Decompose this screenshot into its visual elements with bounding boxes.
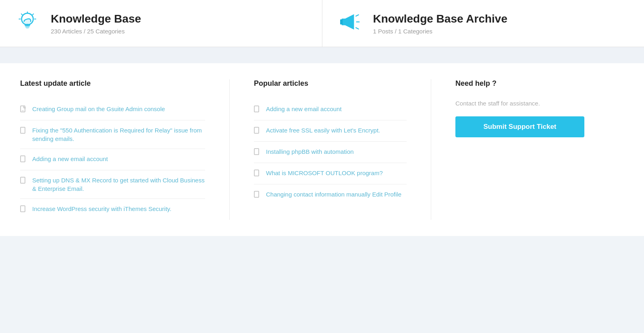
divider bbox=[0, 47, 644, 63]
main-content: Latest update article Creating Group mai… bbox=[0, 63, 644, 236]
article-link[interactable]: Fixing the "550 Authentication is Requir… bbox=[32, 126, 205, 143]
popular-articles-section: Popular articles Adding a new email acco… bbox=[230, 79, 431, 220]
latest-articles-section: Latest update article Creating Group mai… bbox=[20, 79, 230, 220]
knowledge-base-text: Knowledge Base 230 Articles / 25 Categor… bbox=[51, 12, 141, 35]
svg-rect-19 bbox=[21, 156, 25, 162]
list-item[interactable]: Setting up DNS & MX Record to get starte… bbox=[20, 170, 205, 199]
article-link[interactable]: Increase WordPress security with iThemes… bbox=[32, 205, 171, 213]
svg-rect-8 bbox=[25, 27, 29, 28]
svg-line-13 bbox=[356, 15, 358, 16]
document-icon bbox=[20, 127, 27, 136]
document-icon bbox=[254, 127, 260, 136]
popular-section-title: Popular articles bbox=[254, 79, 407, 88]
document-icon bbox=[20, 205, 27, 214]
help-subtitle: Contact the staff for assistance. bbox=[455, 99, 624, 108]
article-link[interactable]: Adding a new email account bbox=[266, 105, 342, 113]
list-item[interactable]: Installing phpBB with automation bbox=[254, 142, 407, 163]
list-item[interactable]: Fixing the "550 Authentication is Requir… bbox=[20, 120, 205, 149]
list-item[interactable]: Adding a new email account bbox=[254, 99, 407, 120]
svg-rect-21 bbox=[21, 206, 25, 212]
article-link[interactable]: What is MICROSOFT OUTLOOK program? bbox=[266, 169, 383, 177]
document-icon bbox=[20, 155, 27, 164]
list-item[interactable]: Increase WordPress security with iThemes… bbox=[20, 199, 205, 220]
document-icon bbox=[20, 177, 27, 186]
top-section: Knowledge Base 230 Articles / 25 Categor… bbox=[0, 0, 644, 47]
list-item[interactable]: Changing contact information manually Ed… bbox=[254, 184, 407, 205]
knowledge-base-card[interactable]: Knowledge Base 230 Articles / 25 Categor… bbox=[0, 0, 322, 47]
svg-line-3 bbox=[33, 14, 33, 14]
knowledge-base-subtitle: 230 Articles / 25 Categories bbox=[51, 28, 141, 35]
document-icon bbox=[254, 105, 260, 114]
latest-section-title: Latest update article bbox=[20, 79, 205, 88]
svg-rect-22 bbox=[254, 106, 259, 112]
archive-subtitle: 1 Posts / 1 Categories bbox=[373, 28, 508, 35]
svg-rect-12 bbox=[340, 19, 343, 25]
lightbulb-icon bbox=[16, 11, 39, 35]
article-link[interactable]: Activate free SSL easily with Let's Encr… bbox=[266, 126, 380, 134]
article-link[interactable]: Adding a new email account bbox=[32, 155, 108, 163]
document-icon bbox=[254, 170, 260, 178]
svg-line-15 bbox=[356, 28, 358, 29]
article-link[interactable]: Setting up DNS & MX Record to get starte… bbox=[32, 176, 205, 193]
svg-rect-26 bbox=[254, 191, 259, 197]
list-item[interactable]: Activate free SSL easily with Let's Encr… bbox=[254, 120, 407, 142]
svg-rect-9 bbox=[26, 28, 29, 29]
document-icon bbox=[254, 191, 260, 200]
svg-rect-25 bbox=[254, 170, 259, 176]
list-item[interactable]: Creating Group mail on the Gsuite Admin … bbox=[20, 99, 205, 120]
document-icon bbox=[254, 148, 260, 157]
archive-title: Knowledge Base Archive bbox=[373, 12, 508, 25]
archive-text: Knowledge Base Archive 1 Posts / 1 Categ… bbox=[373, 12, 508, 35]
svg-rect-7 bbox=[25, 25, 30, 27]
article-link[interactable]: Changing contact information manually Ed… bbox=[266, 190, 401, 199]
latest-article-list: Creating Group mail on the Gsuite Admin … bbox=[20, 99, 205, 220]
svg-rect-16 bbox=[21, 106, 25, 112]
article-link[interactable]: Creating Group mail on the Gsuite Admin … bbox=[32, 105, 165, 113]
list-item[interactable]: What is MICROSOFT OUTLOOK program? bbox=[254, 163, 407, 184]
help-section-title: Need help ? bbox=[455, 79, 624, 88]
archive-card[interactable]: Knowledge Base Archive 1 Posts / 1 Categ… bbox=[322, 0, 644, 47]
list-item[interactable]: Adding a new email account bbox=[20, 149, 205, 170]
svg-rect-20 bbox=[21, 177, 25, 183]
submit-ticket-button[interactable]: Submit Support Ticket bbox=[455, 116, 584, 137]
article-link[interactable]: Installing phpBB with automation bbox=[266, 147, 354, 156]
svg-rect-23 bbox=[254, 127, 259, 133]
svg-line-2 bbox=[21, 14, 22, 14]
need-help-section: Need help ? Contact the staff for assist… bbox=[431, 79, 624, 220]
knowledge-base-title: Knowledge Base bbox=[51, 12, 141, 25]
svg-rect-18 bbox=[21, 127, 25, 133]
svg-rect-24 bbox=[254, 149, 259, 155]
document-icon bbox=[20, 105, 27, 114]
popular-article-list: Adding a new email account Activate free… bbox=[254, 99, 407, 205]
megaphone-icon bbox=[339, 11, 361, 35]
